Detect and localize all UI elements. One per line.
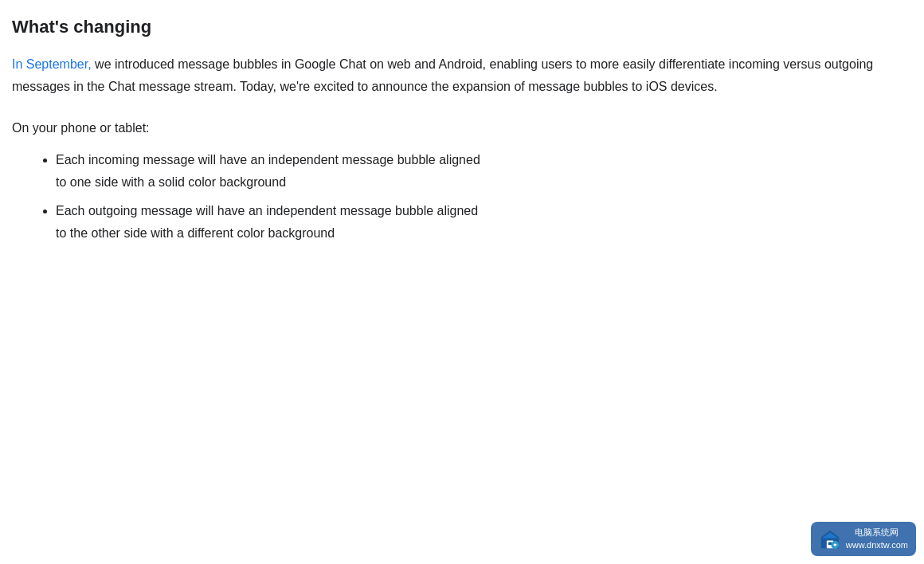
main-content: What's changing In September, we introdu… [8, 16, 884, 245]
page-title: What's changing [12, 16, 880, 39]
list-item: Each outgoing message will have an indep… [56, 200, 880, 245]
watermark-icon [819, 528, 841, 550]
intro-paragraph: In September, we introduced message bubb… [12, 53, 880, 98]
intro-text: we introduced message bubbles in Google … [12, 57, 873, 93]
bullet-item-1-line1: Each incoming message will have an indep… [56, 153, 480, 166]
watermark-badge: 电脑系统网 www.dnxtw.com [811, 522, 916, 556]
bullet-item-1-line2: to one side with a solid color backgroun… [56, 175, 286, 189]
watermark-text: 电脑系统网 www.dnxtw.com [846, 527, 908, 551]
bullet-list: Each incoming message will have an indep… [12, 149, 880, 245]
bullet-item-2-line1: Each outgoing message will have an indep… [56, 204, 478, 217]
list-item: Each incoming message will have an indep… [56, 149, 880, 194]
bullet-item-2-line2: to the other side with a different color… [56, 226, 335, 240]
in-september-link[interactable]: In September, [12, 57, 92, 71]
sub-heading: On your phone or tablet: [12, 117, 880, 139]
